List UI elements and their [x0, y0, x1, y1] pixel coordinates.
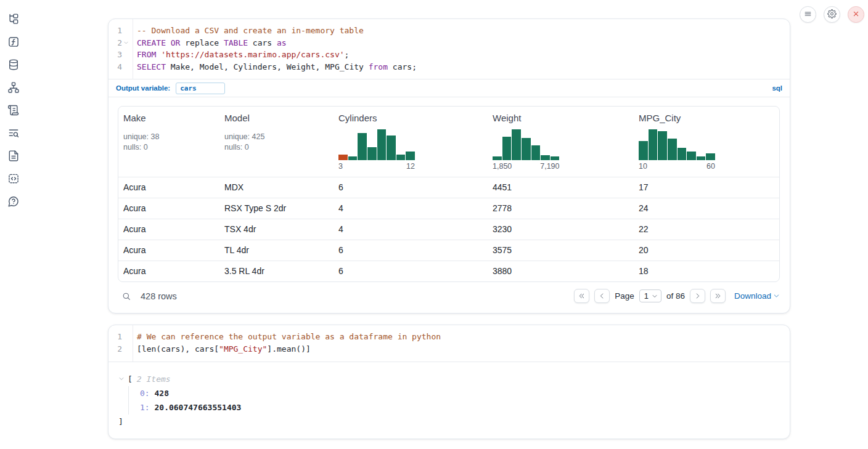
histogram-bar[interactable] [649, 129, 658, 160]
histogram-bar[interactable] [541, 155, 550, 160]
table-cell: TL 4dr [219, 240, 334, 261]
function-icon [7, 36, 20, 50]
column-header-model[interactable]: Modelunique: 425nulls: 0 [219, 107, 334, 177]
code-line[interactable]: 1# We can reference the output variable … [108, 331, 790, 343]
histogram-bar[interactable] [512, 129, 521, 160]
search-button[interactable] [121, 291, 131, 301]
sidebar-item-documentation[interactable] [7, 150, 20, 163]
column-header-weight[interactable]: Weight1,8507,190 [488, 107, 634, 177]
column-name: Cylinders [338, 113, 483, 123]
table-cell: 3.5 RL 4dr [219, 261, 334, 281]
page-select-value: 1 [644, 291, 649, 301]
histogram-bar[interactable] [522, 138, 531, 160]
code-text[interactable]: SELECT Make, Model, Cylinders, Weight, M… [131, 61, 417, 73]
histogram-bar[interactable] [348, 156, 358, 160]
chevrons-right-icon [714, 292, 722, 300]
tree-entry: 1: 20.060747663551403 [140, 400, 780, 415]
sidebar-item-dependencies[interactable] [7, 81, 20, 95]
first-page-button[interactable] [574, 289, 589, 303]
histogram-bar[interactable] [377, 129, 387, 160]
histogram-bar[interactable] [338, 155, 348, 160]
histogram-bar[interactable] [678, 148, 687, 160]
column-histogram[interactable]: 1060 [639, 129, 715, 171]
histogram-bar[interactable] [406, 152, 415, 160]
tree-root-row: [ 2 Items [118, 372, 780, 386]
next-page-button[interactable] [690, 289, 705, 303]
collapse-chevron-icon[interactable] [118, 376, 125, 382]
code-text[interactable]: # We can reference the output variable a… [131, 331, 441, 343]
sidebar-item-scratchpad[interactable] [7, 104, 20, 118]
sidebar-item-datasources[interactable] [7, 59, 20, 72]
code-text[interactable]: CREATE OR replace TABLE cars as [131, 37, 287, 49]
python-editor[interactable]: 1# We can reference the output variable … [108, 325, 790, 361]
output-variable-input[interactable] [176, 83, 225, 94]
column-header-mpg_city[interactable]: MPG_City1060 [634, 107, 779, 177]
code-line[interactable]: 2[len(cars), cars["MPG_City"].mean()] [108, 343, 790, 355]
line-gutter: 3 [108, 49, 131, 61]
sidebar-item-logs[interactable] [7, 127, 20, 140]
column-histogram[interactable]: 1,8507,190 [493, 129, 560, 171]
histogram-bar[interactable] [396, 155, 406, 160]
table-cell: 3575 [488, 240, 634, 261]
download-label: Download [734, 291, 771, 301]
code-line[interactable]: 1-- Download a CSV and create an in-memo… [108, 25, 790, 37]
table-cell: 3230 [488, 219, 634, 240]
shutdown-button[interactable] [848, 6, 864, 23]
fold-chevron-icon[interactable] [122, 39, 130, 47]
table-body: AcuraMDX6445117AcuraRSX Type S 2dr427782… [118, 177, 779, 281]
histogram-bar[interactable] [551, 156, 560, 160]
table-cell: 4 [334, 219, 488, 240]
code-text[interactable]: -- Download a CSV and create an in-memor… [131, 25, 364, 37]
histogram-bar[interactable] [387, 136, 396, 160]
histogram-bar[interactable] [658, 131, 667, 160]
table-header-row: Makeunique: 38nulls: 0Modelunique: 425nu… [118, 107, 779, 177]
column-header-make[interactable]: Makeunique: 38nulls: 0 [118, 107, 219, 177]
histogram-bar[interactable] [706, 153, 715, 160]
histogram-bar[interactable] [697, 156, 706, 160]
last-page-button[interactable] [710, 289, 726, 303]
code-text[interactable]: FROM 'https://datasets.marimo.app/cars.c… [131, 49, 349, 61]
sql-editor[interactable]: 1-- Download a CSV and create an in-memo… [108, 19, 790, 79]
histogram-bar[interactable] [358, 133, 367, 160]
sidebar-item-explorer[interactable] [7, 13, 20, 26]
histogram-bar[interactable] [668, 139, 677, 160]
table-cell: 20 [634, 240, 779, 261]
histogram-bar[interactable] [687, 152, 696, 160]
line-number: 2 [117, 37, 122, 49]
histogram-bar[interactable] [639, 141, 648, 160]
histogram-min-label: 1,850 [493, 162, 512, 171]
line-number: 1 [117, 331, 122, 343]
table-cell: RSX Type S 2dr [219, 198, 334, 219]
tree-value: 20.060747663551403 [154, 403, 241, 412]
sidebar-item-variables[interactable] [7, 36, 20, 49]
table-row: AcuraRSX Type S 2dr4277824 [118, 198, 779, 219]
snippets-icon [7, 172, 20, 187]
code-line[interactable]: 2CREATE OR replace TABLE cars as [108, 37, 790, 49]
table-row: AcuraTL 4dr6357520 [118, 240, 779, 261]
code-text[interactable]: [len(cars), cars["MPG_City"].mean()] [131, 343, 311, 355]
column-header-cylinders[interactable]: Cylinders312 [334, 107, 488, 177]
previous-page-button[interactable] [594, 289, 610, 303]
dependency-graph-icon [7, 81, 20, 95]
line-number: 1 [117, 25, 122, 37]
settings-button[interactable] [824, 6, 840, 23]
histogram-bar[interactable] [367, 147, 377, 160]
menu-button[interactable] [800, 6, 816, 23]
histogram-bar[interactable] [531, 145, 541, 160]
download-button[interactable]: Download [734, 291, 780, 301]
row-count-label: 428 rows [141, 291, 177, 301]
code-line[interactable]: 4SELECT Make, Model, Cylinders, Weight, … [108, 61, 790, 73]
sql-cell-output: Makeunique: 38nulls: 0Modelunique: 425nu… [108, 97, 790, 313]
code-line[interactable]: 3FROM 'https://datasets.marimo.app/cars.… [108, 49, 790, 61]
column-histogram[interactable]: 312 [338, 129, 415, 171]
histogram-bar[interactable] [502, 137, 512, 160]
sidebar-item-help[interactable] [7, 195, 20, 209]
logs-icon [7, 127, 20, 141]
table-cell: Acura [118, 177, 219, 198]
sidebar-item-snippets[interactable] [7, 172, 20, 186]
page-select[interactable]: 1 [639, 289, 661, 302]
tree-index: 0: [140, 389, 150, 398]
fold-slot [122, 63, 130, 71]
file-tree-icon [7, 13, 20, 27]
histogram-bar[interactable] [493, 156, 502, 160]
